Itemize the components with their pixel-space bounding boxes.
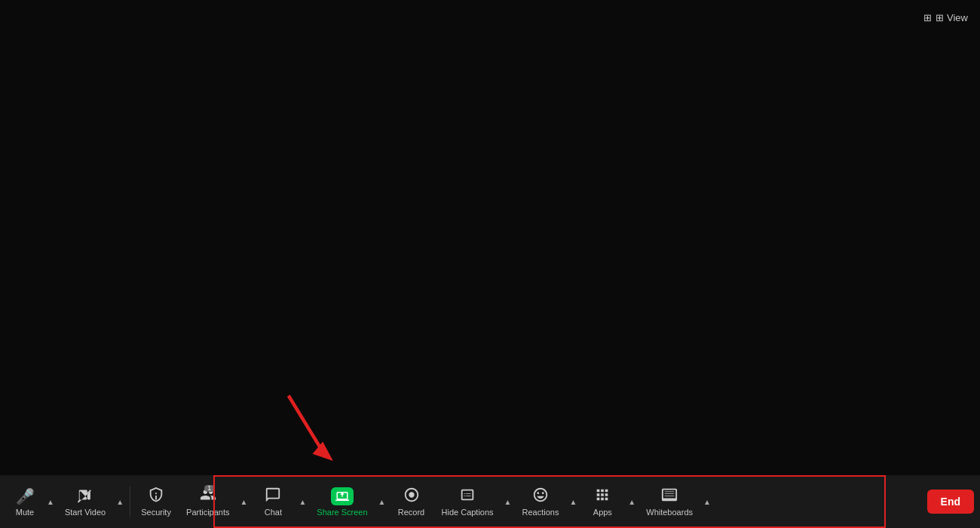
grid-icon: ⊞ bbox=[923, 12, 932, 23]
svg-marker-1 bbox=[313, 441, 333, 460]
start-video-button[interactable]: Start Video bbox=[57, 482, 113, 521]
reactions-button[interactable]: Reactions bbox=[515, 482, 567, 521]
reactions-icon bbox=[532, 487, 549, 505]
security-group: Security bbox=[133, 482, 179, 521]
toolbar: 🎤 Mute ▲ Start Video ▲ bbox=[0, 475, 980, 528]
chat-caret[interactable]: ▲ bbox=[296, 482, 309, 521]
share-screen-group: Share Screen ▲ bbox=[309, 483, 388, 521]
record-label: Record bbox=[398, 508, 424, 517]
hide-captions-label: Hide Captions bbox=[442, 508, 494, 517]
reactions-group: Reactions ▲ bbox=[515, 482, 580, 521]
apps-icon bbox=[594, 487, 611, 505]
security-label: Security bbox=[141, 508, 171, 517]
record-icon bbox=[403, 487, 420, 505]
participants-icon: 1 bbox=[200, 487, 216, 505]
start-video-label: Start Video bbox=[65, 508, 106, 517]
arrow-annotation bbox=[279, 392, 339, 468]
whiteboards-group: Whiteboards ▲ bbox=[639, 482, 714, 521]
reactions-label: Reactions bbox=[522, 508, 559, 517]
hide-captions-group: Hide Captions ▲ bbox=[434, 482, 515, 521]
main-content: ⊞ ⊞ View 🎤 Mute ▲ Start Video bbox=[0, 0, 980, 528]
view-label: ⊞ View bbox=[936, 12, 968, 23]
whiteboards-label: Whiteboards bbox=[646, 508, 693, 517]
hide-captions-button[interactable]: Hide Captions bbox=[434, 482, 501, 521]
participants-button[interactable]: 1 Participants bbox=[179, 482, 237, 521]
participants-group: 1 Participants ▲ bbox=[179, 482, 250, 521]
view-button[interactable]: ⊞ ⊞ View bbox=[923, 12, 968, 23]
start-video-caret[interactable]: ▲ bbox=[113, 482, 127, 521]
share-screen-label: Share Screen bbox=[317, 508, 367, 517]
divider-1 bbox=[130, 487, 130, 517]
svg-line-0 bbox=[289, 396, 326, 458]
share-screen-icon bbox=[331, 487, 354, 505]
record-group: Record bbox=[389, 482, 434, 521]
whiteboards-button[interactable]: Whiteboards bbox=[639, 482, 700, 521]
participants-caret[interactable]: ▲ bbox=[237, 482, 251, 521]
end-button[interactable]: End bbox=[927, 490, 974, 514]
chat-icon bbox=[265, 487, 281, 505]
share-screen-button[interactable]: Share Screen bbox=[309, 483, 375, 521]
security-icon bbox=[148, 487, 164, 505]
hide-captions-caret[interactable]: ▲ bbox=[501, 482, 515, 521]
mute-area: 🎤 Mute bbox=[6, 483, 44, 521]
record-button[interactable]: Record bbox=[389, 482, 434, 521]
whiteboards-caret[interactable]: ▲ bbox=[700, 482, 714, 521]
apps-caret[interactable]: ▲ bbox=[625, 482, 639, 521]
mute-label: Mute bbox=[16, 508, 34, 517]
share-screen-caret[interactable]: ▲ bbox=[375, 483, 389, 521]
apps-button[interactable]: Apps bbox=[580, 482, 625, 521]
chat-label: Chat bbox=[265, 508, 282, 517]
participants-count-badge: 1 bbox=[204, 485, 215, 492]
chat-group: Chat ▲ bbox=[250, 482, 309, 521]
participants-label: Participants bbox=[186, 508, 229, 517]
chat-button[interactable]: Chat bbox=[250, 482, 296, 521]
video-off-icon bbox=[77, 487, 93, 505]
security-button[interactable]: Security bbox=[133, 482, 179, 521]
apps-group: Apps ▲ bbox=[580, 482, 639, 521]
reactions-caret[interactable]: ▲ bbox=[566, 482, 580, 521]
mute-icon: 🎤 bbox=[16, 487, 35, 505]
apps-label: Apps bbox=[593, 508, 612, 517]
mute-caret[interactable]: ▲ bbox=[44, 475, 57, 528]
start-video-group: Start Video ▲ bbox=[57, 482, 127, 521]
whiteboards-icon bbox=[661, 487, 678, 505]
captions-icon bbox=[459, 487, 476, 505]
